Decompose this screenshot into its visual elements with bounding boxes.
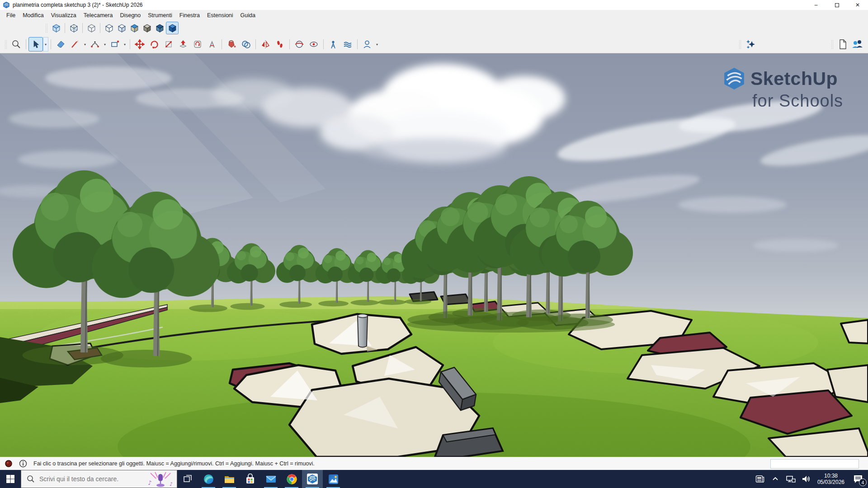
search-highlight-mic-icon: ♪ ♪ [146,471,175,488]
scale-tool-icon[interactable] [161,37,176,52]
viewport-3d-scene[interactable]: SketchUp for Schools [0,53,868,457]
toolbar-separator [323,39,324,49]
monochrome-cube-icon[interactable] [141,22,153,34]
rectangle-tool-icon[interactable] [108,37,122,52]
offset-tool-icon[interactable] [190,37,205,52]
news-and-interests-icon[interactable] [752,470,768,488]
fog-icon[interactable] [340,37,355,52]
taskbar-app-chrome[interactable] [281,470,302,488]
notification-count-badge: 4 [859,479,867,486]
sketchup-logo-icon [722,67,746,90]
network-icon[interactable] [783,470,798,488]
position-camera-icon[interactable] [326,37,340,52]
materials-icon[interactable] [239,37,253,52]
toolbar-separator [255,39,256,49]
toolbar-separator [26,39,26,49]
menu-guida[interactable]: Guida [237,11,259,20]
volume-icon[interactable] [798,470,814,488]
flip-tool-icon[interactable] [258,37,273,52]
orbit-tool-icon[interactable] [292,37,307,52]
maximize-button[interactable] [826,0,847,10]
eraser-icon[interactable] [53,37,68,52]
select-dropdown-caret[interactable]: ▾ [43,37,48,52]
new-document-icon[interactable] [835,37,850,52]
rectangle-dropdown-caret[interactable]: ▾ [122,37,127,52]
minimize-button[interactable]: – [806,0,826,10]
maximize-icon [835,3,839,7]
taskbar-app-photos[interactable] [323,470,344,488]
menu-file[interactable]: File [3,11,19,20]
status-hint-text: Fai clic o trascina per selezionare gli … [33,460,315,467]
search-input[interactable] [39,475,139,483]
geolocation-status-icon[interactable] [5,460,13,468]
logo-subtitle: for Schools [752,91,854,111]
rotate-tool-icon[interactable] [147,37,161,52]
toolbar-grip[interactable] [831,40,834,49]
line-tool-icon[interactable] [68,37,82,52]
taskbar-search[interactable]: ♪ ♪ [21,470,177,488]
taskbar-app-edge[interactable] [198,470,219,488]
sketchup-for-schools-logo: SketchUp for Schools [722,67,854,111]
hidden-line-cube-icon[interactable] [103,22,115,34]
model-scene[interactable] [0,53,868,457]
taskbar-app-microsoft-store[interactable] [240,470,260,488]
xray-cube-icon[interactable] [50,22,62,34]
logo-title: SketchUp [750,68,838,89]
menu-finestra[interactable]: Finestra [176,11,203,20]
taskbar-clock[interactable]: 10:38 05/03/2026 [814,473,848,485]
move-tool-icon[interactable] [132,37,147,52]
push-pull-tool-icon[interactable] [176,37,190,52]
toolbar-grip[interactable] [45,23,48,33]
clock-date: 05/03/2026 [817,479,844,485]
menu-modifica[interactable]: Modifica [19,11,47,20]
menu-disegno[interactable]: Disegno [116,11,144,20]
ai-sparkle-icon[interactable] [743,37,758,52]
zoom-window-icon[interactable] [9,37,24,52]
profile-dropdown-caret[interactable]: ▾ [374,37,380,52]
toolbar-separator [65,23,65,33]
menu-telecamera[interactable]: Telecamera [80,11,117,20]
menu-bar: File Modifica Visualizza Telecamera Dise… [0,10,868,20]
tape-measure-icon[interactable] [205,37,219,52]
back-edges-cube-icon[interactable] [67,22,80,34]
menu-estensioni[interactable]: Estensioni [203,11,237,20]
taskbar: ♪ ♪ [0,470,868,488]
shaded-cube-icon[interactable] [115,22,128,34]
toolbar-grip[interactable] [5,40,7,49]
walk-tool-icon[interactable] [273,37,287,52]
action-center-button[interactable]: 4 [848,470,868,488]
menu-strumenti[interactable]: Strumenti [144,11,176,20]
toolbar-separator [82,23,83,33]
menu-visualizza[interactable]: Visualizza [47,11,80,20]
system-tray: 10:38 05/03/2026 4 [752,470,868,488]
title-bar: planimetria completa sketchup 3 (2)* - S… [0,0,868,10]
select-tool[interactable] [28,37,43,52]
measurement-input[interactable] [770,459,859,469]
toolbar-separator [51,39,51,49]
look-around-icon[interactable] [307,37,321,52]
svg-text:♪: ♪ [148,479,151,486]
ai-assistant-group [737,37,758,52]
svg-text:♪: ♪ [170,481,173,487]
close-button[interactable]: ✕ [847,0,868,10]
textured-cube-icon[interactable] [153,22,166,34]
wireframe-cube-icon[interactable] [85,22,98,34]
start-button[interactable] [0,470,21,488]
profile-avatar-icon[interactable] [360,37,374,52]
toolbar-separator [357,39,358,49]
line-dropdown-caret[interactable]: ▾ [82,37,88,52]
toolbar-grip[interactable] [739,40,741,49]
task-view-button[interactable] [177,470,198,488]
current-style-cube-icon[interactable] [166,22,179,34]
taskbar-app-file-explorer[interactable] [219,470,240,488]
shaded-textures-cube-icon[interactable] [128,22,141,34]
info-icon[interactable] [19,460,27,468]
hidden-icons-chevron[interactable] [768,470,783,488]
arc-tool-icon[interactable] [88,37,102,52]
share-collaborate-icon[interactable] [850,37,864,52]
taskbar-app-sketchup[interactable] [302,470,323,488]
arc-dropdown-caret[interactable]: ▾ [102,37,108,52]
paint-bucket-icon[interactable] [224,37,239,52]
taskbar-app-mail[interactable] [260,470,281,488]
right-toolbar-group [829,37,864,52]
